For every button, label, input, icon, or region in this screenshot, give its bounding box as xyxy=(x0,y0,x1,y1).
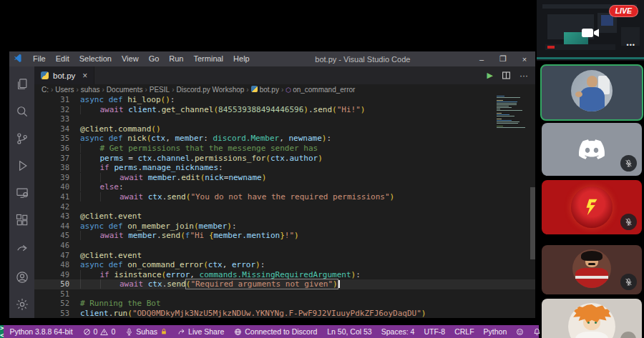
status-encoding[interactable]: UTF-8 xyxy=(424,327,445,336)
extensions-icon[interactable] xyxy=(9,207,34,234)
line-number: 34 xyxy=(34,124,69,134)
breadcrumb-item-bot-py[interactable]: bot.py xyxy=(251,86,279,94)
status-feedback[interactable] xyxy=(516,328,524,336)
code-line-51: 51 xyxy=(34,289,535,299)
shared-screen-taskbar xyxy=(537,57,644,59)
window-title: bot.py - Visual Studio Code xyxy=(255,55,471,64)
menu-selection[interactable]: Selection xyxy=(74,51,117,66)
breadcrumb-item-discord-py-workshop[interactable]: Discord.py Workshop xyxy=(176,86,244,94)
breadcrumb-item-c-[interactable]: C: xyxy=(42,86,49,94)
line-number: 40 xyxy=(34,182,69,192)
restore-button[interactable]: ❐ xyxy=(492,51,514,66)
code-line-33: 33 xyxy=(34,114,535,124)
title-bar: FileEditSelectionViewGoRunTerminalHelp b… xyxy=(9,51,535,66)
menu-go[interactable]: Go xyxy=(144,51,165,66)
scrollbar-thumb[interactable] xyxy=(530,187,535,259)
status-problems[interactable]: 00 xyxy=(83,327,116,336)
remote-explorer-icon[interactable] xyxy=(9,179,34,207)
code-line-50: 50 await ctx.send("Required arguments no… xyxy=(34,279,535,289)
explorer-icon[interactable] xyxy=(9,71,34,98)
lightning-f-icon xyxy=(581,197,602,218)
omniman-avatar xyxy=(572,249,611,288)
line-number: 45 xyxy=(34,231,69,241)
video-camera-icon xyxy=(581,27,600,39)
settings-icon[interactable] xyxy=(9,291,34,318)
code-line-44: 44async def on_member_join(member): xyxy=(34,222,535,232)
run-python-file-button[interactable]: ▶ xyxy=(487,71,493,80)
source-control-icon[interactable] xyxy=(9,125,34,152)
vscode-logo xyxy=(13,54,24,64)
code-line-47: 47@client.event xyxy=(34,251,535,261)
shared-screen-red-item xyxy=(547,46,555,49)
close-button[interactable]: × xyxy=(514,51,535,66)
status-discord-presence[interactable]: Connected to Discord xyxy=(234,327,317,336)
line-number: 51 xyxy=(34,289,69,299)
screen-share-tile[interactable]: ••• LIVE xyxy=(537,0,644,61)
search-icon[interactable] xyxy=(9,98,34,125)
code-line-53: 53client.run("ODQ0MDkyMjk3NzU5MjkzNDUw.Y… xyxy=(34,309,535,318)
host-webcam-tile[interactable] xyxy=(540,64,643,121)
line-number: 53 xyxy=(34,309,69,318)
status-notifications[interactable] xyxy=(533,328,541,336)
status-language-mode[interactable]: Python xyxy=(484,327,507,336)
status-interpreter[interactable]: Python 3.8.8 64-bit xyxy=(9,327,72,336)
bolt-logo-tile[interactable] xyxy=(542,180,642,234)
text-cursor xyxy=(338,280,340,288)
line-number: 31 xyxy=(34,95,69,105)
minimap[interactable] xyxy=(497,96,530,129)
line-number: 33 xyxy=(34,114,69,124)
run-debug-icon[interactable] xyxy=(9,152,34,179)
code-line-48: 48async def on_command_error(ctx, error)… xyxy=(34,260,535,270)
live-badge: LIVE xyxy=(609,5,638,17)
status-mic-user[interactable]: Suhas xyxy=(125,327,167,336)
code-line-32: 32 await client.get_channel(845539388494… xyxy=(34,105,535,115)
mic-muted-icon xyxy=(620,214,637,230)
indent-guide xyxy=(80,192,100,202)
code-line-38: 38 if perms.manage_nicknames: xyxy=(34,163,535,173)
breadcrumb-item-documents[interactable]: Documents xyxy=(107,86,143,94)
code-line-41: 41 await ctx.send("You do not have the r… xyxy=(34,192,535,202)
more-actions-icon[interactable]: ··· xyxy=(519,71,528,81)
status-indentation[interactable]: Spaces: 4 xyxy=(381,327,415,336)
breadcrumb-item-suhas[interactable]: suhas xyxy=(81,86,100,94)
live-share-icon[interactable] xyxy=(9,234,34,261)
indent-guide xyxy=(80,231,100,240)
python-file-icon xyxy=(41,71,49,79)
menu-run[interactable]: Run xyxy=(164,51,188,66)
breadcrumb-separator: › xyxy=(145,86,147,94)
account-icon[interactable] xyxy=(9,264,34,291)
status-live-share[interactable]: Live Share xyxy=(177,327,224,336)
code-area: 31async def hi_loop():32 await client.ge… xyxy=(34,95,535,318)
shared-screen-panel xyxy=(601,15,613,26)
line-number: 52 xyxy=(34,299,69,309)
discord-bot-tile[interactable] xyxy=(542,123,642,176)
minimize-button[interactable]: – xyxy=(471,51,492,66)
omniman-tile[interactable] xyxy=(542,245,642,294)
bolt-avatar xyxy=(571,187,613,228)
minimap-line xyxy=(497,97,520,98)
indent-guide xyxy=(100,173,120,182)
breadcrumb-item-on-command-error[interactable]: ⬡on_command_error xyxy=(286,86,355,94)
anime-tile[interactable] xyxy=(542,299,642,338)
mic-muted-icon xyxy=(620,274,637,290)
tab-bot-py[interactable]: bot.py × xyxy=(34,66,94,84)
menu-view[interactable]: View xyxy=(117,51,144,66)
code-editor[interactable]: 31async def hi_loop():32 await client.ge… xyxy=(34,94,535,318)
menu-file[interactable]: File xyxy=(28,51,51,66)
menu-edit[interactable]: Edit xyxy=(51,51,74,66)
indent-guide xyxy=(80,270,100,279)
tab-close-icon[interactable]: × xyxy=(82,71,87,81)
python-file-icon xyxy=(251,86,258,92)
minimap-line xyxy=(497,116,514,116)
breadcrumb-item-users[interactable]: Users xyxy=(55,86,74,94)
menu-terminal[interactable]: Terminal xyxy=(189,51,229,66)
code-line-40: 40 else: xyxy=(34,182,535,192)
code-line-43: 43@client.event xyxy=(34,212,535,222)
menu-help[interactable]: Help xyxy=(228,51,255,66)
vscode-window: FileEditSelectionViewGoRunTerminalHelp b… xyxy=(9,51,535,318)
status-cursor-position[interactable]: Ln 50, Col 53 xyxy=(327,327,371,336)
status-eol[interactable]: CRLF xyxy=(454,327,474,336)
breadcrumb-item-pesil[interactable]: PESIL xyxy=(150,86,170,94)
split-editor-icon[interactable] xyxy=(502,71,511,80)
breadcrumb-separator: › xyxy=(102,86,104,94)
